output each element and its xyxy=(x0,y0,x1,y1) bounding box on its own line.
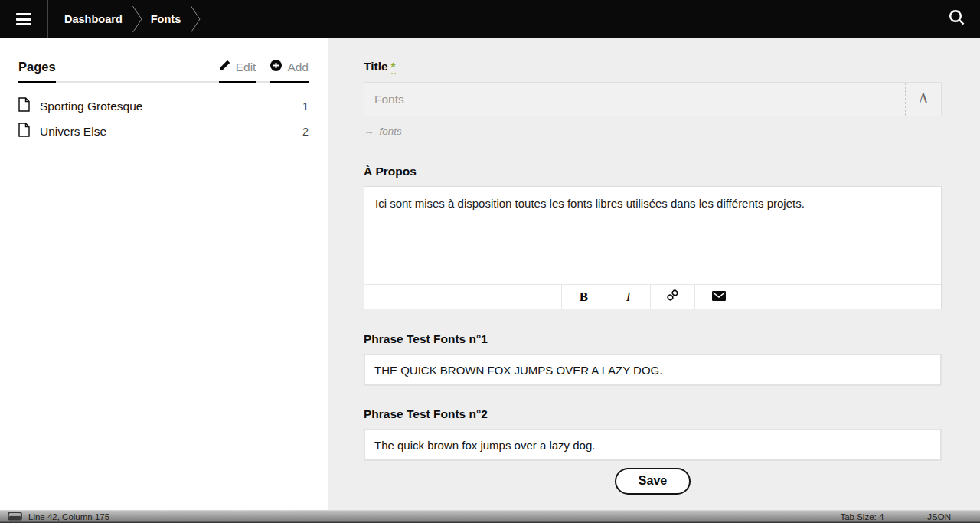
apropos-field-label: À Propos xyxy=(364,165,942,178)
email-button[interactable] xyxy=(694,285,743,309)
menu-button[interactable] xyxy=(0,0,48,38)
chevron-right-icon xyxy=(132,5,142,33)
toolbar-spacer xyxy=(364,285,561,309)
tab-size-indicator[interactable]: Tab Size: 4 xyxy=(840,512,884,521)
page-number: 2 xyxy=(302,126,309,138)
cursor-position: Line 42, Column 175 xyxy=(28,512,109,521)
breadcrumb-fonts[interactable]: Fonts xyxy=(151,13,181,25)
title-label-text: Title xyxy=(364,60,388,73)
phrase1-field-label: Phrase Test Fonts n°1 xyxy=(364,332,942,346)
phrase1-input[interactable]: THE QUICK BROWN FOX JUMPS OVER A LAZY DO… xyxy=(364,354,942,386)
title-field-label: Title* xyxy=(364,60,942,74)
phrase2-field-label: Phrase Test Fonts n°2 xyxy=(364,407,942,421)
pages-title: Pages xyxy=(18,60,56,83)
search-icon xyxy=(948,8,966,30)
page-row-univers-else[interactable]: Univers Else 2 xyxy=(18,119,309,144)
topbar: Dashboard Fonts xyxy=(0,0,980,38)
edit-button-label: Edit xyxy=(236,60,256,74)
pencil-icon xyxy=(219,60,230,74)
page-number: 1 xyxy=(302,100,309,113)
plus-circle-icon xyxy=(270,60,282,74)
phrase2-input[interactable]: The quick brown fox jumps over a lazy do… xyxy=(364,429,942,461)
apropos-editor: Ici sont mises à disposition toutes les … xyxy=(364,186,942,309)
page-row-sporting-grotesque[interactable]: Sporting Grotesque 1 xyxy=(18,93,309,119)
envelope-icon xyxy=(712,290,726,304)
url-slug: → fonts xyxy=(364,126,942,137)
title-input[interactable]: Fonts xyxy=(364,83,905,116)
save-row: Save xyxy=(364,468,942,495)
apropos-textarea[interactable]: Ici sont mises à disposition toutes les … xyxy=(364,187,941,284)
hamburger-icon xyxy=(16,11,31,28)
save-button[interactable]: Save xyxy=(615,468,691,495)
breadcrumb-dashboard[interactable]: Dashboard xyxy=(64,13,122,25)
editor-toolbar: B I xyxy=(364,284,941,309)
required-asterisk: * xyxy=(391,60,396,74)
add-button-label: Add xyxy=(287,60,309,74)
edit-button[interactable]: Edit xyxy=(219,60,256,83)
file-icon xyxy=(18,97,30,115)
bold-button[interactable]: B xyxy=(561,285,606,309)
page-form: Title* Fonts A → fonts À Propos Ici sont… xyxy=(328,38,980,510)
admin-panel-app: Dashboard Fonts xyxy=(0,0,980,523)
title-field: Fonts A xyxy=(364,82,942,116)
page-list: Sporting Grotesque 1 Univers Else 2 xyxy=(18,93,309,144)
breadcrumb: Dashboard Fonts xyxy=(64,0,209,38)
link-button[interactable] xyxy=(650,285,694,309)
slug-text: fonts xyxy=(380,126,402,137)
file-icon xyxy=(18,123,30,140)
chain-link-icon xyxy=(667,289,678,304)
pages-header: Pages Edit xyxy=(18,60,309,83)
editor-status-bar: Line 42, Column 175 Tab Size: 4 JSON xyxy=(0,510,980,523)
arrow-right-icon: → xyxy=(364,126,374,137)
content-area: Pages Edit xyxy=(0,38,980,510)
page-title: Univers Else xyxy=(40,125,106,139)
chevron-right-icon xyxy=(191,5,201,33)
italic-button[interactable]: I xyxy=(606,285,650,309)
panel-icon[interactable] xyxy=(8,512,22,522)
status-right-group: Tab Size: 4 JSON xyxy=(840,512,951,521)
search-button[interactable] xyxy=(933,0,980,38)
page-title: Sporting Grotesque xyxy=(40,100,142,113)
pages-sidebar: Pages Edit xyxy=(0,38,328,510)
syntax-indicator[interactable]: JSON xyxy=(927,512,951,521)
add-button[interactable]: Add xyxy=(270,60,309,83)
font-size-addon-button[interactable]: A xyxy=(905,83,941,116)
